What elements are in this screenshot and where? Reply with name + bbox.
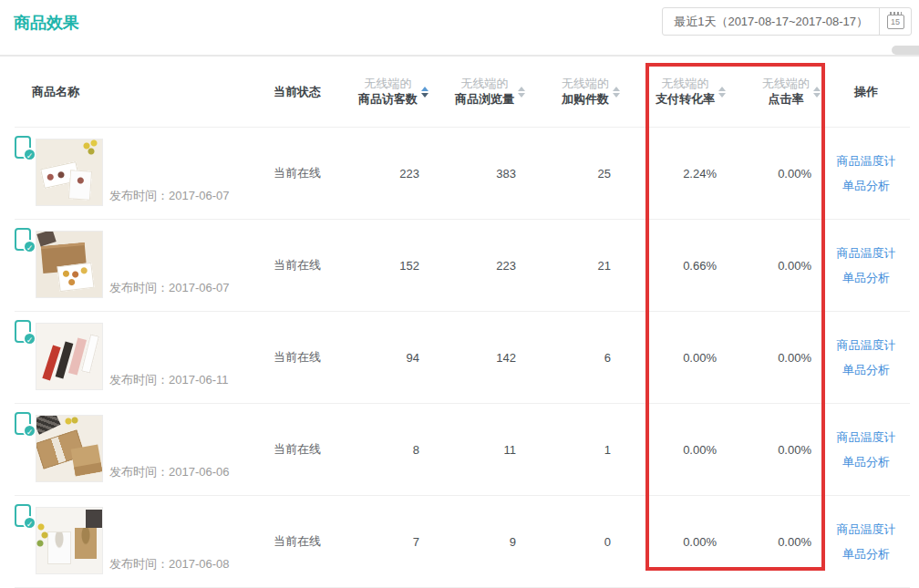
status-cell: 当前在线 — [259, 312, 336, 403]
ctr-cell: 0.00% — [728, 220, 822, 311]
single-item-analysis-link[interactable]: 单品分析 — [842, 454, 890, 470]
views-cell: 142 — [430, 312, 527, 403]
table-row: 发布时间：2017-06-11 当前在线 94 142 6 0.00% 0.00… — [15, 312, 910, 404]
calendar-icon[interactable]: 15 — [880, 15, 911, 29]
col-wireless-cart-adds[interactable]: 无线端的加购件数 — [527, 57, 622, 127]
product-cell: 发布时间：2017-06-06 — [15, 404, 259, 495]
cart-adds-cell: 6 — [527, 312, 622, 403]
calendar-day: 15 — [887, 15, 904, 29]
mobile-online-icon — [15, 412, 31, 435]
product-image[interactable] — [36, 507, 103, 574]
mobile-online-icon — [15, 320, 31, 343]
ctr-cell: 0.00% — [728, 128, 822, 219]
pay-conversion-cell: 0.00% — [622, 312, 728, 403]
ctr-cell: 0.00% — [728, 496, 822, 587]
visitors-cell: 94 — [336, 312, 430, 403]
col-product-name: 商品名称 — [15, 57, 259, 127]
check-badge-icon — [23, 148, 36, 161]
col-actions: 操作 — [822, 57, 910, 127]
col-wireless-pay-conversion[interactable]: 无线端的支付转化率 — [622, 57, 728, 127]
table-row: 发布时间：2017-06-06 当前在线 8 11 1 0.00% 0.00% … — [15, 404, 910, 496]
cart-adds-cell: 0 — [527, 496, 622, 587]
col-prefix: 无线端的 — [455, 77, 514, 91]
cart-adds-cell: 25 — [527, 128, 622, 219]
sort-icon[interactable] — [718, 87, 726, 98]
product-cell: 发布时间：2017-06-07 — [15, 128, 259, 219]
cart-adds-cell: 21 — [527, 220, 622, 311]
product-image[interactable] — [36, 231, 103, 298]
mobile-online-icon — [15, 136, 31, 159]
col-prefix: 无线端的 — [656, 77, 715, 91]
status-cell: 当前在线 — [259, 404, 336, 495]
scrollbar-thumb[interactable] — [892, 46, 919, 55]
col-wireless-ctr[interactable]: 无线端的点击率 — [728, 57, 822, 127]
col-wireless-views[interactable]: 无线端的商品浏览量 — [430, 57, 527, 127]
actions-cell: 商品温度计 单品分析 — [822, 128, 910, 219]
sort-icon[interactable] — [813, 87, 821, 98]
product-thermometer-link[interactable]: 商品温度计 — [837, 245, 896, 262]
cart-adds-cell: 1 — [527, 404, 622, 495]
visitors-cell: 7 — [336, 496, 430, 587]
col-wireless-visitors[interactable]: 无线端的商品访客数 — [336, 57, 430, 127]
views-cell: 11 — [430, 404, 527, 495]
actions-cell: 商品温度计 单品分析 — [822, 312, 910, 403]
product-image[interactable] — [36, 415, 103, 482]
publish-date: 发布时间：2017-06-06 — [109, 464, 230, 480]
check-badge-icon — [23, 516, 36, 530]
col-label: 支付转化率 — [656, 91, 715, 107]
visitors-cell: 8 — [336, 404, 430, 495]
views-cell: 9 — [430, 496, 527, 587]
product-thermometer-link[interactable]: 商品温度计 — [837, 429, 896, 446]
table-row: 发布时间：2017-06-08 当前在线 7 9 0 0.00% 0.00% 商… — [15, 496, 910, 588]
single-item-analysis-link[interactable]: 单品分析 — [842, 546, 890, 562]
visitors-cell: 223 — [336, 128, 430, 219]
mobile-online-icon — [15, 504, 31, 527]
status-cell: 当前在线 — [259, 220, 336, 311]
actions-cell: 商品温度计 单品分析 — [822, 404, 910, 495]
publish-date: 发布时间：2017-06-07 — [109, 280, 230, 296]
table-header-row: 商品名称 当前状态 无线端的商品访客数 无线端的商品浏览量 无线端的加购件数 无… — [15, 57, 910, 128]
product-thermometer-link[interactable]: 商品温度计 — [837, 337, 896, 354]
publish-date: 发布时间：2017-06-08 — [109, 556, 230, 573]
date-range-button[interactable]: 最近1天（2017-08-17~2017-08-17） 15 — [662, 7, 912, 36]
product-cell: 发布时间：2017-06-07 — [15, 220, 259, 311]
col-prefix: 无线端的 — [358, 77, 418, 91]
page-title: 商品效果 — [14, 12, 79, 34]
ctr-cell: 0.00% — [728, 404, 822, 495]
publish-date: 发布时间：2017-06-11 — [109, 372, 229, 388]
product-image[interactable] — [36, 323, 103, 390]
status-cell: 当前在线 — [259, 128, 336, 219]
product-thermometer-link[interactable]: 商品温度计 — [837, 153, 896, 170]
single-item-analysis-link[interactable]: 单品分析 — [842, 270, 890, 286]
check-badge-icon — [23, 332, 36, 346]
views-cell: 223 — [430, 220, 527, 311]
table-row: 发布时间：2017-06-07 当前在线 152 223 21 0.66% 0.… — [15, 220, 910, 312]
col-label: 商品访客数 — [358, 91, 418, 107]
views-cell: 383 — [430, 128, 527, 219]
pay-conversion-cell: 0.00% — [622, 404, 728, 495]
product-thermometer-link[interactable]: 商品温度计 — [837, 521, 896, 538]
col-label: 加购件数 — [562, 91, 609, 107]
mobile-online-icon — [15, 228, 31, 251]
sort-icon[interactable] — [613, 87, 620, 98]
check-badge-icon — [23, 240, 36, 253]
single-item-analysis-link[interactable]: 单品分析 — [842, 178, 890, 194]
status-cell: 当前在线 — [259, 496, 336, 587]
col-status: 当前状态 — [259, 57, 336, 127]
product-cell: 发布时间：2017-06-11 — [15, 312, 259, 403]
col-label: 商品浏览量 — [455, 91, 514, 107]
actions-cell: 商品温度计 单品分析 — [822, 496, 910, 587]
single-item-analysis-link[interactable]: 单品分析 — [842, 362, 890, 378]
actions-cell: 商品温度计 单品分析 — [822, 220, 910, 311]
table-row: 发布时间：2017-06-07 当前在线 223 383 25 2.24% 0.… — [15, 128, 910, 220]
topbar: 商品效果 最近1天（2017-08-17~2017-08-17） 15 — [0, 0, 919, 55]
product-table: 商品名称 当前状态 无线端的商品访客数 无线端的商品浏览量 无线端的加购件数 无… — [15, 57, 910, 588]
product-image[interactable] — [36, 139, 103, 206]
col-label: 点击率 — [762, 91, 810, 107]
publish-date: 发布时间：2017-06-07 — [109, 188, 230, 204]
visitors-cell: 152 — [336, 220, 430, 311]
sort-icon[interactable] — [518, 87, 525, 98]
sort-icon[interactable] — [421, 87, 429, 98]
col-prefix: 无线端的 — [562, 77, 609, 91]
date-range-label: 最近1天（2017-08-17~2017-08-17） — [663, 14, 879, 30]
